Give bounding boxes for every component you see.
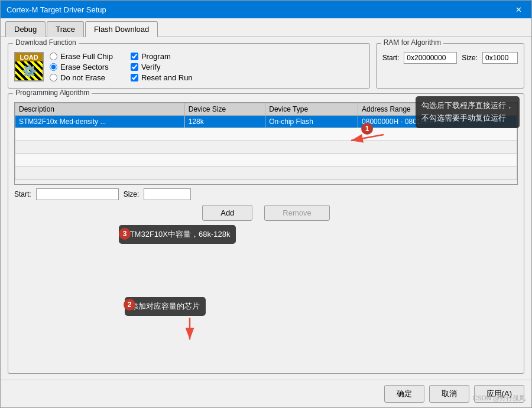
badge-2: 2	[124, 299, 135, 311]
table-row[interactable]: STM32F10x Med-density ... 128k On-chip F…	[15, 116, 517, 128]
start-input[interactable]	[404, 52, 457, 64]
start-label: Start:	[382, 54, 400, 62]
verify-checkbox[interactable]	[131, 63, 138, 71]
add-remove-buttons: Add Remove	[14, 205, 518, 221]
verify-row: Verify	[131, 63, 193, 71]
download-function-area: LOAD ⚙️ Erase Full Chip Erase	[14, 52, 364, 82]
badge-1: 1	[361, 123, 373, 135]
ok-button[interactable]: 确定	[384, 385, 424, 403]
start-size-row: Start: Size:	[14, 188, 518, 200]
erase-full-chip-label: Erase Full Chip	[60, 52, 113, 61]
erase-sectors-label: Erase Sectors	[60, 63, 109, 71]
main-window: Cortex-M Target Driver Setup ✕ Debug Tra…	[0, 0, 532, 408]
size-input[interactable]	[482, 52, 518, 64]
load-icon: LOAD ⚙️	[14, 52, 44, 81]
content-area: Download Function LOAD ⚙️ Erase Full Chi…	[1, 37, 531, 380]
cancel-button[interactable]: 取消	[429, 385, 469, 403]
bottom-bar: 确定 取消 应用(A)	[1, 380, 531, 407]
table-row-empty-4	[15, 167, 517, 180]
prog-size-input[interactable]	[144, 188, 191, 200]
col-address-range: Address Range	[358, 103, 517, 116]
download-checkboxes: Program Verify Reset and Run	[131, 52, 193, 82]
program-row: Program	[131, 52, 193, 61]
reset-and-run-checkbox[interactable]	[131, 74, 138, 81]
reset-and-run-row: Reset and Run	[131, 73, 193, 82]
cell-address-range: 08000000H - 0801FFFFH	[358, 116, 517, 128]
title-bar: Cortex-M Target Driver Setup ✕	[1, 1, 531, 18]
erase-full-chip-radio[interactable]	[50, 53, 57, 60]
watermark: CSDN @野行孤凤	[473, 394, 525, 403]
add-button[interactable]: Add	[202, 205, 252, 221]
tab-bar: Debug Trace Flash Download	[1, 18, 531, 37]
program-label: Program	[141, 52, 171, 61]
col-device-type: Device Type	[265, 103, 358, 116]
size-label: Size:	[462, 54, 478, 62]
load-icon-text: LOAD	[15, 53, 43, 61]
erase-full-chip-row: Erase Full Chip	[50, 52, 113, 61]
cell-device-size: 128k	[184, 116, 265, 128]
tab-flash-download[interactable]: Flash Download	[85, 21, 158, 37]
reset-and-run-label: Reset and Run	[141, 73, 193, 82]
ram-algorithm-group: RAM for Algorithm Start: Size:	[376, 43, 524, 89]
col-description: Description	[15, 103, 185, 116]
close-button[interactable]: ✕	[511, 4, 525, 15]
ram-fields: Start: Size:	[382, 52, 518, 64]
table-header-row: Description Device Size Device Type Addr…	[15, 103, 517, 116]
badge-3: 3	[119, 228, 131, 240]
prog-start-label: Start:	[14, 190, 31, 198]
window-title: Cortex-M Target Driver Setup	[7, 5, 106, 14]
algorithm-table: Description Device Size Device Type Addr…	[15, 103, 517, 180]
download-function-group: Download Function LOAD ⚙️ Erase Full Chi…	[8, 43, 370, 89]
cell-description: STM32F10x Med-density ...	[15, 116, 185, 128]
load-icon-graphic: ⚙️	[15, 61, 43, 80]
programming-algorithm-group: Programming Algorithm Description Device…	[8, 93, 524, 374]
table-row-empty-2	[15, 141, 517, 154]
table-row-empty-1	[15, 128, 517, 141]
programming-algorithm-title: Programming Algorithm	[13, 89, 92, 97]
do-not-erase-label: Do not Erase	[60, 73, 105, 82]
col-device-size: Device Size	[184, 103, 265, 116]
do-not-erase-row: Do not Erase	[50, 73, 113, 82]
ram-algorithm-title: RAM for Algorithm	[381, 38, 443, 47]
title-bar-buttons: ✕	[511, 4, 525, 15]
prog-size-label: Size:	[124, 190, 140, 198]
top-row: Download Function LOAD ⚙️ Erase Full Chi…	[8, 43, 524, 89]
do-not-erase-radio[interactable]	[50, 74, 57, 81]
erase-sectors-row: Erase Sectors	[50, 63, 113, 71]
erase-options: Erase Full Chip Erase Sectors Do not Era…	[50, 52, 113, 82]
tab-trace[interactable]: Trace	[47, 21, 84, 37]
download-function-title: Download Function	[13, 38, 79, 47]
prog-start-input[interactable]	[36, 188, 119, 200]
tab-debug[interactable]: Debug	[5, 21, 46, 37]
algorithm-table-container: Description Device Size Device Type Addr…	[14, 102, 518, 185]
remove-button[interactable]: Remove	[264, 205, 329, 221]
erase-sectors-radio[interactable]	[50, 63, 57, 71]
program-checkbox[interactable]	[131, 53, 138, 60]
cell-device-type: On-chip Flash	[265, 116, 358, 128]
verify-label: Verify	[141, 63, 161, 71]
table-row-empty-3	[15, 154, 517, 167]
